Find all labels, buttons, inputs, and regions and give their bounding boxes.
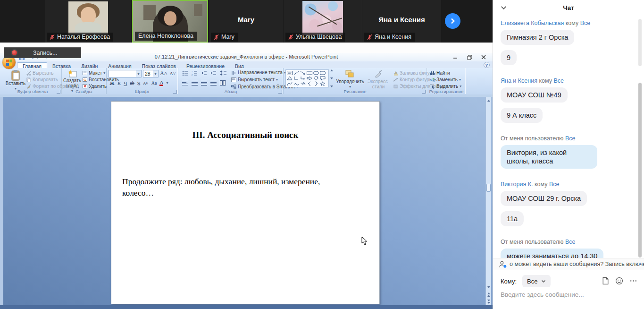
text-shadow-button[interactable]: S <box>137 80 140 86</box>
participant-tile[interactable]: Яна и Ксения Яна и Ксения <box>362 0 441 43</box>
ribbon-group-editing: Найти ab Заменить ▾ Выделить ▾ Редактиро… <box>427 68 466 94</box>
message-header: Елизавета Кобыльская кому Все <box>501 20 636 27</box>
numbering-icon[interactable]: 12 <box>192 70 198 76</box>
chat-bubble: Гимназия 2 г Орска <box>501 30 574 45</box>
paragraph-dialog-launcher[interactable] <box>278 90 282 94</box>
help-icon[interactable]: ? <box>484 62 490 68</box>
select-button[interactable]: Выделить ▾ <box>430 84 461 89</box>
svg-text:1: 1 <box>192 70 193 73</box>
video-strip: Наталья Ерофеева Елена Непоклонова Mary <box>0 0 493 43</box>
chat-bubble: Виктория, из какой школы, класса <box>501 145 597 169</box>
recording-indicator[interactable]: Запись... <box>4 47 81 58</box>
chevron-down-icon <box>541 280 546 283</box>
message-input[interactable] <box>501 291 633 298</box>
next-gallery-page-button[interactable] <box>445 13 460 29</box>
replace-button[interactable]: ab Заменить ▾ <box>430 77 461 82</box>
participant-photo <box>302 1 343 35</box>
message-recipient[interactable]: Все <box>549 181 560 188</box>
message-recipient[interactable]: Все <box>565 135 576 142</box>
character-spacing-button[interactable]: AV <box>143 81 149 86</box>
align-center-button[interactable] <box>192 81 198 86</box>
line-spacing-icon[interactable] <box>220 70 227 76</box>
quick-styles-icon <box>373 69 384 79</box>
bullets-icon[interactable] <box>182 70 188 76</box>
slide-title-text[interactable]: III. Ассоциативный поиск <box>111 130 379 140</box>
drawing-dialog-launcher[interactable] <box>422 90 426 94</box>
chat-bubble: можете заниматься до 14.30 <box>501 249 603 258</box>
justify-button[interactable] <box>210 81 217 86</box>
close-button[interactable] <box>477 53 491 61</box>
arrange-button[interactable]: Упорядочить ▾ <box>335 69 365 89</box>
font-color-button[interactable]: А <box>159 80 163 86</box>
italic-button[interactable]: К <box>117 80 121 86</box>
clipboard-dialog-launcher[interactable] <box>57 90 60 94</box>
font-family-combo[interactable]: ▾ <box>109 70 142 77</box>
message-sender[interactable]: Яна и Ксения <box>501 77 537 84</box>
shape-outline-icon <box>393 77 398 82</box>
file-attach-icon[interactable] <box>602 277 609 285</box>
select-cursor-icon <box>430 84 435 89</box>
restore-button[interactable] <box>462 53 477 61</box>
next-slide-button[interactable] <box>486 299 491 304</box>
columns-icon[interactable] <box>220 80 226 86</box>
slide-vertical-scrollbar[interactable] <box>485 97 491 305</box>
align-right-button[interactable] <box>201 81 207 86</box>
message-recipient[interactable]: Все <box>580 20 591 26</box>
chat-message-list[interactable]: Елизавета Кобыльская кому Все Гимназия 2… <box>493 16 644 258</box>
bold-button[interactable]: Ж <box>109 80 115 86</box>
message-recipient[interactable]: Все <box>553 77 564 84</box>
arrange-icon <box>345 69 355 79</box>
chat-scrollbar-track[interactable] <box>638 19 642 66</box>
message-recipient[interactable]: Все <box>565 239 576 245</box>
chat-message-group-own: От меня пользователю Все Виктория, из ка… <box>501 135 636 169</box>
scissors-icon <box>26 71 31 76</box>
decrease-indent-icon[interactable] <box>201 70 207 76</box>
scroll-thumb[interactable] <box>486 184 491 192</box>
participant-tile[interactable]: Ульяна Швецова <box>284 0 362 43</box>
paste-button[interactable]: Вставить ▾ <box>6 69 25 91</box>
align-left-button[interactable] <box>182 81 188 86</box>
change-case-button[interactable]: Aa <box>151 80 157 86</box>
chat-message-group-own: От меня пользователю Все можете занимать… <box>501 239 636 258</box>
mic-muted-icon <box>49 34 55 40</box>
chat-bubble: 9 <box>501 50 517 65</box>
message-header: Яна и Ксения кому Все <box>501 77 636 85</box>
message-sender[interactable]: Елизавета Кобыльская <box>501 20 564 26</box>
underline-button[interactable]: Ч <box>124 80 127 86</box>
shapes-gallery[interactable] <box>285 69 329 87</box>
quick-styles-button[interactable]: Экспресс-стили <box>365 69 392 89</box>
message-header: От меня пользователю Все <box>501 135 636 142</box>
shapes-gallery-scroll[interactable] <box>330 69 334 87</box>
previous-slide-button[interactable] <box>486 292 491 297</box>
grow-font-button[interactable]: A˄ <box>160 70 167 77</box>
minimize-button[interactable] <box>448 53 462 61</box>
participant-tile-active-speaker[interactable]: Елена Непоклонова <box>132 0 208 43</box>
recipient-select[interactable]: Все <box>522 275 551 287</box>
message-sender: От меня <box>501 135 523 142</box>
font-size-combo[interactable]: 28 ▾ <box>143 70 159 77</box>
chat-bubble: МОАУ СОШ 29 г. Орска <box>501 191 587 206</box>
scroll-up-button[interactable] <box>486 98 491 103</box>
more-options-icon[interactable] <box>629 277 637 285</box>
message-sender[interactable]: Виктория К. <box>501 181 533 188</box>
slide-canvas[interactable]: III. Ассоциативный поиск Продолжите ряд:… <box>111 101 380 304</box>
emoji-icon[interactable] <box>615 277 623 285</box>
font-dialog-launcher[interactable] <box>173 90 177 94</box>
recording-label: Запись... <box>33 50 57 56</box>
chat-message-group: Елизавета Кобыльская кому Все Гимназия 2… <box>501 20 636 65</box>
shrink-font-button[interactable]: A˅ <box>169 71 176 76</box>
strikethrough-button[interactable]: ab <box>130 80 134 86</box>
slide-body-text[interactable]: Продолжите ряд: любовь, дыхание, лишний,… <box>122 176 354 198</box>
slide-work-area[interactable]: III. Ассоциативный поиск Продолжите ряд:… <box>0 97 493 309</box>
find-button[interactable]: Найти <box>430 70 461 76</box>
chat-scrollbar-thumb[interactable] <box>638 83 642 258</box>
chat-panel: Чат Елизавета Кобыльская кому Все Гимназ… <box>493 0 644 309</box>
participant-tile[interactable]: Наталья Ерофеева <box>45 0 131 43</box>
participant-name-label: Ульяна Швецова <box>285 33 345 42</box>
participant-tile[interactable]: Mary Mary <box>209 0 283 43</box>
delete-icon <box>83 84 87 88</box>
smartart-icon <box>231 85 236 89</box>
mouse-cursor <box>361 236 368 246</box>
increase-indent-icon[interactable] <box>210 70 217 76</box>
scroll-down-button[interactable] <box>486 284 491 290</box>
